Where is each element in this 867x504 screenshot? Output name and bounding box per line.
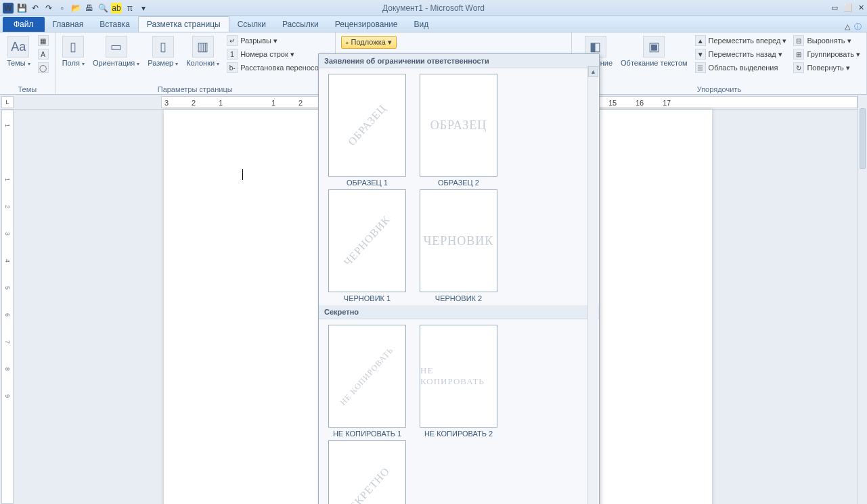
colors-icon: ▦ [38, 35, 49, 46]
highlight-icon[interactable]: ab [111, 3, 122, 14]
close-icon[interactable]: ✕ [858, 3, 864, 12]
columns-button[interactable]: ▥Колонки [183, 35, 222, 70]
minimize-ribbon-icon[interactable]: △ [845, 22, 850, 31]
maximize-icon[interactable]: ⬜ [843, 3, 853, 12]
group-arrange-left: ◧оложение ▣Обтекание текстом ▲Переместит… [571, 32, 867, 94]
tab-file[interactable]: Файл [3, 17, 45, 32]
breaks-icon: ↵ [227, 35, 238, 46]
gallery-grid-2: НЕ КОПИРОВАТЬНЕ КОПИРОВАТЬ 1 НЕ КОПИРОВА… [319, 319, 599, 504]
align-icon: ⊟ [793, 35, 804, 46]
hyphenation-icon: b- [227, 62, 238, 73]
new-icon[interactable]: ▫ [57, 3, 68, 14]
qat-more-icon[interactable]: ▾ [138, 3, 149, 14]
gallery-grid-1: ОБРАЗЕЦОБРАЗЕЦ 1 ОБРАЗЕЦОБРАЗЕЦ 2 ЧЕРНОВ… [319, 68, 599, 305]
tab-review[interactable]: Рецензирование [327, 17, 406, 32]
size-button[interactable]: ▯Размер [145, 35, 181, 70]
watermark-sample-1[interactable]: ОБРАЗЕЦОБРАЗЕЦ 1 [321, 72, 413, 188]
watermark-button[interactable]: ▫ Подложка ▾ [341, 36, 397, 49]
orientation-button[interactable]: ▭Ориентация [90, 35, 142, 70]
title-bar: W 💾 ↶ ↷ ▫ 📂 🖶 🔍 ab π ▾ Документ1 - Micro… [0, 0, 867, 16]
theme-colors-button[interactable]: ▦ [36, 35, 51, 47]
send-backward-button[interactable]: ▼Переместить назад ▾ [693, 48, 789, 60]
theme-fonts-button[interactable]: A [36, 48, 51, 60]
hyphenation-button[interactable]: b-Расстановка переносов ▾ [225, 62, 331, 74]
text-cursor [242, 169, 243, 180]
equation-icon[interactable]: π [125, 3, 135, 14]
open-icon[interactable]: 📂 [70, 3, 81, 14]
watermark-icon: ▫ [346, 39, 349, 47]
gallery-section-disclaimers: Заявления об ограничении ответственности [319, 54, 599, 68]
app-icon[interactable]: W [3, 3, 14, 14]
columns-icon: ▥ [192, 36, 214, 58]
size-icon: ▯ [152, 36, 174, 58]
tab-home[interactable]: Главная [45, 17, 92, 32]
help-icon[interactable]: ⓘ [854, 22, 862, 32]
preview-icon[interactable]: 🔍 [97, 3, 108, 14]
group-button[interactable]: ⊞Группировать ▾ [791, 48, 862, 60]
margins-button[interactable]: ▯Поля [60, 35, 87, 70]
group-page-setup: ▯Поля ▭Ориентация ▯Размер ▥Колонки ↵Разр… [55, 32, 336, 94]
ruler-corner[interactable]: L [1, 96, 14, 108]
gallery-scroll-up-icon[interactable]: ▲ [588, 66, 598, 77]
undo-icon[interactable]: ↶ [30, 3, 41, 14]
scrollbar-thumb[interactable] [860, 108, 866, 169]
redo-icon[interactable]: ↷ [43, 3, 54, 14]
ribbon-tabs: Файл Главная Вставка Разметка страницы С… [0, 16, 867, 32]
watermark-gallery: Заявления об ограничении ответственности… [318, 53, 600, 504]
align-button[interactable]: ⊟Выровнять ▾ [791, 35, 862, 47]
vertical-ruler[interactable]: 112 345 678 9 [1, 110, 14, 504]
group-icon: ⊞ [793, 49, 804, 60]
wrap-icon: ▣ [643, 36, 665, 58]
wrap-text-button[interactable]: ▣Обтекание текстом [618, 35, 690, 68]
breaks-button[interactable]: ↵Разрывы ▾ [225, 35, 331, 47]
watermark-sample-2[interactable]: ОБРАЗЕЦОБРАЗЕЦ 2 [413, 72, 504, 188]
line-numbers-button[interactable]: 1Номера строк ▾ [225, 48, 331, 60]
watermark-draft-2[interactable]: ЧЕРНОВИКЧЕРНОВИК 2 [413, 188, 504, 304]
fonts-icon: A [38, 49, 49, 60]
save-icon[interactable]: 💾 [16, 3, 27, 14]
print-icon[interactable]: 🖶 [84, 3, 95, 14]
margins-icon: ▯ [62, 36, 84, 58]
watermark-nocopy-1[interactable]: НЕ КОПИРОВАТЬНЕ КОПИРОВАТЬ 1 [321, 323, 413, 439]
themes-icon: Aa [7, 36, 29, 58]
bring-forward-button[interactable]: ▲Переместить вперед ▾ [693, 35, 789, 47]
watermark-draft-1[interactable]: ЧЕРНОВИКЧЕРНОВИК 1 [321, 188, 413, 304]
window-controls: ▭ ⬜ ✕ [831, 3, 864, 12]
orientation-icon: ▭ [106, 36, 127, 58]
selection-pane-button[interactable]: ☰Область выделения [693, 62, 789, 74]
gallery-section-confidential: Секретно [319, 305, 599, 319]
themes-button[interactable]: Aa Темы [4, 35, 33, 70]
bring-forward-icon: ▲ [695, 35, 706, 46]
tab-view[interactable]: Вид [405, 17, 437, 32]
quick-access-toolbar: W 💾 ↶ ↷ ▫ 📂 🖶 🔍 ab π ▾ [3, 3, 149, 14]
gallery-scrollbar[interactable]: ▲ ▼ [587, 66, 598, 504]
effects-icon: ◯ [38, 62, 49, 73]
theme-effects-button[interactable]: ◯ [36, 62, 51, 74]
send-backward-icon: ▼ [695, 49, 706, 60]
tab-references[interactable]: Ссылки [229, 17, 274, 32]
group-themes: Aa Темы ▦ A ◯ Темы [0, 32, 55, 94]
selection-pane-icon: ☰ [695, 62, 706, 73]
vertical-scrollbar[interactable] [858, 95, 867, 504]
window-title: Документ1 - Microsoft Word [382, 3, 485, 13]
watermark-nocopy-2[interactable]: НЕ КОПИРОВАТЬНЕ КОПИРОВАТЬ 2 [413, 323, 504, 439]
tab-page-layout[interactable]: Разметка страницы [138, 16, 229, 32]
watermark-secret-1[interactable]: СЕКРЕТНОСЕКРЕТНО 1 [321, 439, 413, 504]
rotate-button[interactable]: ↻Повернуть ▾ [791, 62, 862, 74]
tab-insert[interactable]: Вставка [91, 17, 138, 32]
line-numbers-icon: 1 [227, 49, 238, 60]
minimize-icon[interactable]: ▭ [831, 3, 838, 12]
help-controls: △ ⓘ [845, 22, 862, 32]
rotate-icon: ↻ [793, 62, 804, 73]
tab-mailings[interactable]: Рассылки [274, 17, 327, 32]
